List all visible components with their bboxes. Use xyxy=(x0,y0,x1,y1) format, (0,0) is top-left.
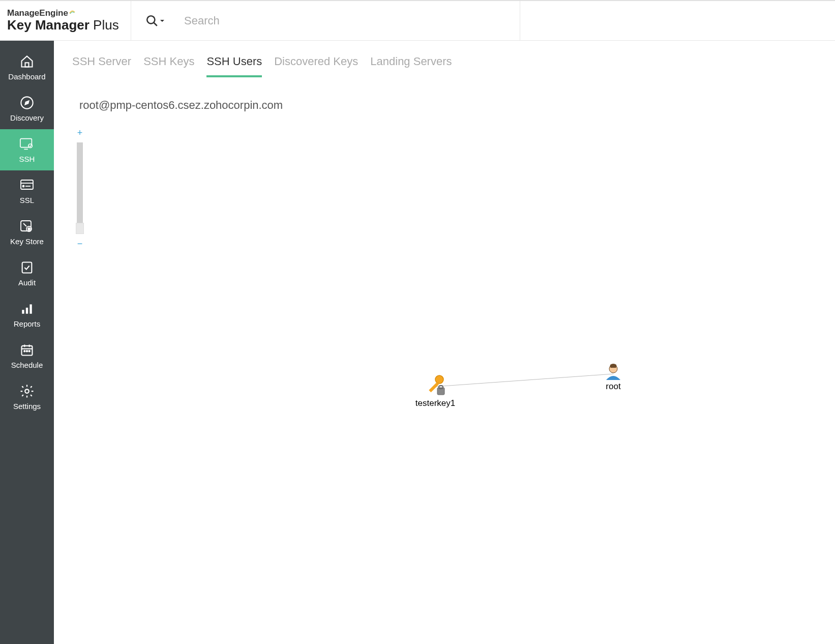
svg-rect-16 xyxy=(26,308,28,314)
svg-point-9 xyxy=(23,186,24,187)
schedule-icon xyxy=(19,342,35,358)
sidebar-item-label: Reports xyxy=(14,319,41,328)
graph-node-key[interactable]: testerkey1 xyxy=(415,375,455,408)
tab-landing-servers[interactable]: Landing Servers xyxy=(370,55,452,77)
graph-node-label: testerkey1 xyxy=(415,398,455,408)
audit-icon xyxy=(19,260,35,275)
zoom-controls: + − xyxy=(75,128,84,248)
chevron-down-icon xyxy=(160,18,165,23)
relationship-graph[interactable]: testerkey1root xyxy=(145,163,815,624)
swirl-icon xyxy=(69,8,76,15)
sidebar-item-label: SSL xyxy=(20,196,34,204)
app-header: ManageEngine Key Manager Plus xyxy=(0,1,835,41)
svg-rect-7 xyxy=(21,180,33,189)
brand-top: ManageEngine xyxy=(7,8,131,18)
home-icon xyxy=(19,54,35,69)
sidebar-item-dashboard[interactable]: Dashboard xyxy=(0,47,54,88)
sidebar-item-label: SSH xyxy=(19,155,35,163)
sidebar-item-label: Settings xyxy=(13,402,41,411)
svg-line-1 xyxy=(154,22,157,26)
brand-logo: ManageEngine Key Manager Plus xyxy=(0,1,131,40)
svg-point-26 xyxy=(435,375,443,384)
zoom-in-button[interactable]: + xyxy=(77,128,83,137)
sidebar-item-label: Audit xyxy=(18,278,36,287)
sidebar-item-audit[interactable]: Audit xyxy=(0,253,54,294)
sidebar-item-reports[interactable]: Reports xyxy=(0,294,54,335)
tabs: SSH ServerSSH KeysSSH UsersDiscovered Ke… xyxy=(72,55,817,77)
zoom-out-button[interactable]: − xyxy=(77,239,83,248)
sidebar-item-label: Key Store xyxy=(10,237,44,246)
sidebar-item-ssl[interactable]: SSL xyxy=(0,170,54,212)
svg-rect-14 xyxy=(22,262,32,273)
search-icon[interactable] xyxy=(145,14,165,27)
svg-rect-29 xyxy=(439,386,443,389)
tab-ssh-server[interactable]: SSH Server xyxy=(72,55,131,77)
svg-rect-15 xyxy=(22,310,24,314)
sidebar: DashboardDiscoverySSHSSLKey StoreAuditRe… xyxy=(0,41,54,644)
sidebar-item-discovery[interactable]: Discovery xyxy=(0,88,54,129)
svg-point-24 xyxy=(29,350,30,352)
main-content: SSH ServerSSH KeysSSH UsersDiscovered Ke… xyxy=(54,41,835,644)
brand-bottom: Key Manager Plus xyxy=(7,17,131,33)
svg-point-22 xyxy=(24,350,25,352)
svg-rect-17 xyxy=(29,304,32,313)
svg-point-25 xyxy=(25,389,29,393)
zoom-thumb[interactable] xyxy=(76,223,84,234)
svg-point-13 xyxy=(28,228,30,230)
search-area xyxy=(131,1,835,40)
svg-point-23 xyxy=(26,350,27,352)
sidebar-item-label: Discovery xyxy=(10,113,44,122)
zoom-slider[interactable] xyxy=(77,142,83,234)
sidebar-item-settings[interactable]: Settings xyxy=(0,376,54,418)
brand-bottom-bold: Key Manager xyxy=(7,17,90,33)
svg-rect-2 xyxy=(25,63,29,67)
tab-ssh-users[interactable]: SSH Users xyxy=(206,55,262,77)
keystore-icon xyxy=(19,219,35,234)
svg-point-0 xyxy=(147,16,155,23)
settings-icon xyxy=(19,384,35,399)
sidebar-item-key-store[interactable]: Key Store xyxy=(0,212,54,253)
sidebar-item-label: Dashboard xyxy=(8,72,45,81)
sidebar-item-label: Schedule xyxy=(11,361,43,369)
tab-ssh-keys[interactable]: SSH Keys xyxy=(143,55,194,77)
reports-icon xyxy=(19,301,35,316)
ssh-icon xyxy=(19,136,35,152)
sidebar-item-ssh[interactable]: SSH xyxy=(0,129,54,170)
graph-node-user[interactable]: root xyxy=(606,364,621,391)
compass-icon xyxy=(19,95,35,110)
ssl-icon xyxy=(19,178,35,193)
tab-discovered-keys[interactable]: Discovered Keys xyxy=(274,55,358,77)
page-title: root@pmp-centos6.csez.zohocorpin.com xyxy=(79,99,817,112)
graph-edge xyxy=(435,374,613,387)
brand-bottom-light: Plus xyxy=(90,17,119,33)
search-input[interactable] xyxy=(184,14,387,27)
sidebar-item-schedule[interactable]: Schedule xyxy=(0,335,54,376)
graph-node-label: root xyxy=(606,382,621,391)
brand-top-text: ManageEngine xyxy=(7,8,68,18)
